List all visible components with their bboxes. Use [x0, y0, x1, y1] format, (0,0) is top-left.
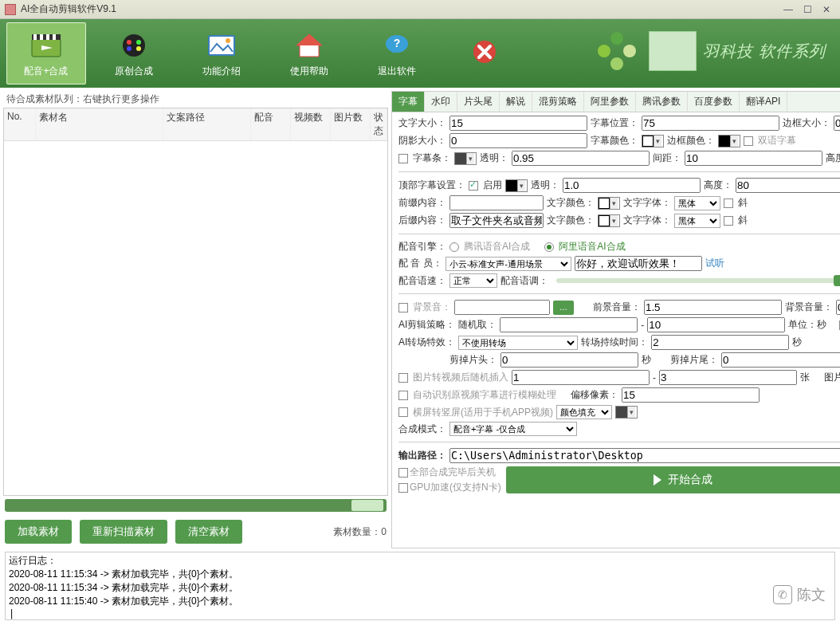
prefix-input[interactable]: [449, 195, 544, 210]
tool-label: 配音+合成: [24, 65, 68, 78]
log-panel[interactable]: 运行日志： 2020-08-11 11:15:34 -> 素材加载完毕，共{0}…: [5, 552, 835, 620]
top-enable-checkbox[interactable]: [469, 181, 478, 191]
voice-sample-input[interactable]: [575, 256, 702, 271]
voice-speed-select[interactable]: 正常: [449, 273, 497, 288]
rescan-material-button[interactable]: 重新扫描素材: [80, 520, 167, 544]
prefix-color-picker[interactable]: ▾: [598, 197, 620, 210]
log-line: 2020-08-11 11:15:34 -> 素材加载完毕，共{0}个素材。: [9, 568, 238, 580]
tool-dub-compose[interactable]: 配音+合成: [6, 22, 86, 85]
tool-exit[interactable]: [445, 22, 524, 85]
font-size-input[interactable]: [449, 116, 587, 131]
tab-translate-api[interactable]: 翻译API: [740, 92, 787, 112]
subtitle-pos-input[interactable]: [642, 116, 779, 131]
voice-speed-label: 配音语速：: [398, 274, 446, 288]
svg-point-11: [136, 46, 141, 51]
log-label: 运行日志：: [9, 555, 57, 566]
prefix-italic-checkbox[interactable]: [724, 199, 733, 208]
bilingual-checkbox[interactable]: [744, 136, 753, 146]
tool-help[interactable]: 使用帮助: [269, 22, 349, 85]
tool-help-doc[interactable]: ? 退出软件: [357, 22, 437, 85]
pic-hold-label: 图片持续：: [824, 371, 840, 384]
pic-from-input[interactable]: [512, 370, 650, 385]
pic-insert-checkbox[interactable]: [398, 373, 408, 383]
grid-body[interactable]: [4, 141, 387, 495]
top-opacity-input[interactable]: [563, 178, 701, 193]
try-listen-link[interactable]: 试听: [705, 257, 724, 270]
load-material-button[interactable]: 加载素材: [5, 520, 72, 544]
suffix-color-picker[interactable]: ▾: [598, 214, 620, 227]
fill-color-picker[interactable]: ▾: [615, 406, 638, 419]
minimize-button[interactable]: —: [779, 3, 797, 16]
output-path-label: 输出路径：: [398, 449, 446, 462]
maximize-button[interactable]: ☐: [799, 3, 816, 16]
output-path-input[interactable]: [449, 448, 840, 463]
rand-to-input[interactable]: [647, 317, 785, 332]
border-color-picker[interactable]: ▾: [718, 135, 740, 147]
tab-baidu-params[interactable]: 百度参数: [688, 92, 740, 112]
bg-volume-input[interactable]: [836, 300, 840, 315]
cut-tail-label: 剪掉片尾：: [670, 353, 718, 367]
svg-point-13: [226, 38, 230, 43]
col-pic: 图片数: [331, 108, 371, 140]
bgm-checkbox[interactable]: [398, 303, 408, 312]
tool-original-compose[interactable]: 原创合成: [94, 22, 174, 85]
tab-subtitle[interactable]: 字幕: [392, 92, 425, 112]
suffix-font-select[interactable]: 黑体: [674, 214, 720, 228]
bgm-path-input[interactable]: [454, 300, 550, 315]
engine-tencent-radio[interactable]: [449, 242, 459, 252]
engine-ali-radio[interactable]: [544, 242, 554, 252]
tool-features[interactable]: 功能介绍: [182, 22, 261, 85]
start-compose-button[interactable]: 开始合成: [506, 466, 840, 493]
tab-tencent-params[interactable]: 腾讯参数: [636, 92, 688, 112]
fg-volume-input[interactable]: [644, 300, 782, 315]
prefix-font-select[interactable]: 黑体: [674, 196, 720, 210]
opacity-input[interactable]: [512, 151, 650, 166]
top-height-input[interactable]: [736, 178, 840, 193]
svg-marker-15: [296, 34, 322, 45]
border-size-input[interactable]: [834, 116, 840, 131]
suffix-italic-checkbox[interactable]: [724, 216, 733, 226]
tab-intro-outro[interactable]: 片头尾: [457, 92, 500, 112]
strip-color-picker[interactable]: ▾: [454, 152, 477, 165]
offset-input[interactable]: [622, 387, 760, 403]
auto-blur-checkbox[interactable]: [398, 391, 408, 400]
progress-slider[interactable]: [5, 499, 387, 512]
voice-tone-slider[interactable]: [556, 278, 840, 283]
tab-ali-params[interactable]: 阿里参数: [584, 92, 636, 112]
transition-select[interactable]: 不使用转场: [458, 336, 578, 350]
picture-icon: [204, 29, 239, 61]
cut-tail-input[interactable]: [721, 352, 840, 368]
subtitle-strip-checkbox[interactable]: [398, 154, 408, 163]
material-grid[interactable]: No. 素材名 文案路径 配音 视频数 图片数 状态: [3, 108, 388, 496]
top-bg-color-picker[interactable]: ▾: [505, 179, 528, 192]
subtitle-color-picker[interactable]: ▾: [642, 135, 664, 147]
bgm-browse-button[interactable]: …: [553, 301, 574, 315]
clear-material-button[interactable]: 清空素材: [175, 520, 242, 544]
gap-input[interactable]: [685, 151, 822, 166]
cut-head-input[interactable]: [500, 352, 638, 368]
transition-duration-input[interactable]: [651, 335, 789, 350]
fill-mode-select[interactable]: 颜色填充: [556, 405, 612, 419]
pic-to-input[interactable]: [659, 370, 797, 385]
home-icon: [292, 29, 327, 61]
compose-mode-label: 合成模式：: [398, 423, 446, 436]
voice-tone-label: 配音语调：: [500, 274, 548, 288]
clip-strategy-value: 随机取：: [458, 318, 497, 332]
voice-actor-select[interactable]: 小云-标准女声-通用场景: [446, 257, 571, 271]
shutdown-checkbox[interactable]: [398, 468, 408, 478]
top-opacity-label: 透明：: [531, 179, 559, 192]
height-label: 高度：: [826, 151, 840, 165]
voice-actor-label: 配 音 员：: [398, 257, 442, 270]
suffix-input[interactable]: [449, 213, 544, 228]
tab-narration[interactable]: 解说: [500, 92, 532, 112]
shadow-input[interactable]: [449, 133, 587, 148]
compose-mode-select[interactable]: 配音+字幕 -仅合成: [449, 422, 577, 436]
transition-label: AI转场特效：: [398, 336, 455, 349]
gpu-checkbox[interactable]: [398, 483, 408, 493]
close-button[interactable]: ✕: [818, 3, 835, 16]
tab-mix-strategy[interactable]: 混剪策略: [532, 92, 584, 112]
tab-watermark[interactable]: 水印: [425, 92, 457, 112]
col-name: 素材名: [36, 108, 163, 140]
portrait-checkbox[interactable]: [398, 407, 408, 417]
rand-from-input[interactable]: [500, 317, 638, 332]
